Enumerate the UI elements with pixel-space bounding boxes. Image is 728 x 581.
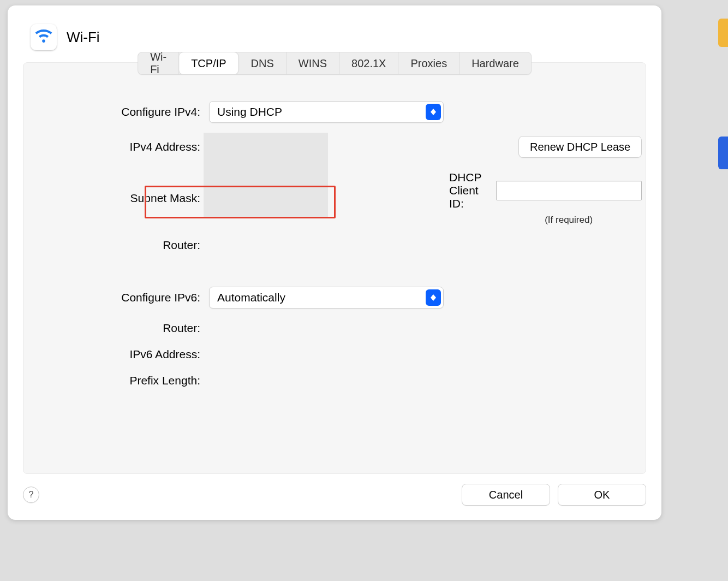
configure-ipv4-value: Using DHCP [210, 105, 290, 118]
tab-wifi[interactable]: Wi-Fi [138, 52, 179, 74]
tab-tcpip[interactable]: TCP/IP [179, 52, 238, 74]
renew-dhcp-lease-button[interactable]: Renew DHCP Lease [518, 136, 642, 158]
chevron-updown-icon [426, 104, 441, 120]
help-button[interactable]: ? [23, 487, 39, 503]
tab-bar: Wi-Fi TCP/IP DNS WINS 802.1X Proxies Har… [138, 52, 532, 75]
background-window-sliver [718, 137, 728, 169]
dhcp-client-id-field[interactable] [496, 181, 642, 200]
tab-hardware[interactable]: Hardware [460, 52, 531, 74]
configure-ipv6-label: Configure IPv6: [45, 291, 204, 304]
prefix-length-label: Prefix Length: [45, 374, 204, 387]
cancel-button[interactable]: Cancel [462, 484, 550, 506]
tab-wins[interactable]: WINS [287, 52, 339, 74]
ipv4-address-label: IPv4 Address: [45, 140, 204, 153]
tab-dns[interactable]: DNS [239, 52, 287, 74]
wifi-advanced-window: Wi-Fi Wi-Fi TCP/IP DNS WINS 802.1X Proxi… [8, 5, 661, 520]
wifi-icon [31, 24, 57, 50]
redacted-router-value [204, 190, 328, 213]
configure-ipv6-value: Automatically [210, 291, 293, 304]
background-window-sliver [718, 19, 728, 47]
ipv6-address-label: IPv6 Address: [45, 348, 204, 361]
chevron-updown-icon [426, 289, 441, 306]
subnet-mask-label: Subnet Mask: [45, 192, 204, 205]
settings-panel: Wi-Fi TCP/IP DNS WINS 802.1X Proxies Har… [23, 62, 646, 474]
ipv6-router-label: Router: [45, 322, 204, 335]
configure-ipv4-select[interactable]: Using DHCP [209, 101, 444, 123]
configure-ipv4-label: Configure IPv4: [45, 105, 204, 118]
dhcp-if-required-hint: (If required) [496, 215, 642, 226]
tcpip-form: Configure IPv4: Using DHCP IPv4 Address:… [23, 63, 646, 404]
dialog-footer: ? Cancel OK [8, 474, 661, 520]
configure-ipv6-select[interactable]: Automatically [209, 287, 444, 309]
ok-button[interactable]: OK [558, 484, 646, 506]
dhcp-client-id-label: DHCP Client ID: [449, 171, 490, 210]
page-title: Wi-Fi [67, 29, 100, 46]
tab-proxies[interactable]: Proxies [398, 52, 460, 74]
ipv4-router-label: Router: [45, 239, 204, 252]
tab-8021x[interactable]: 802.1X [339, 52, 398, 74]
